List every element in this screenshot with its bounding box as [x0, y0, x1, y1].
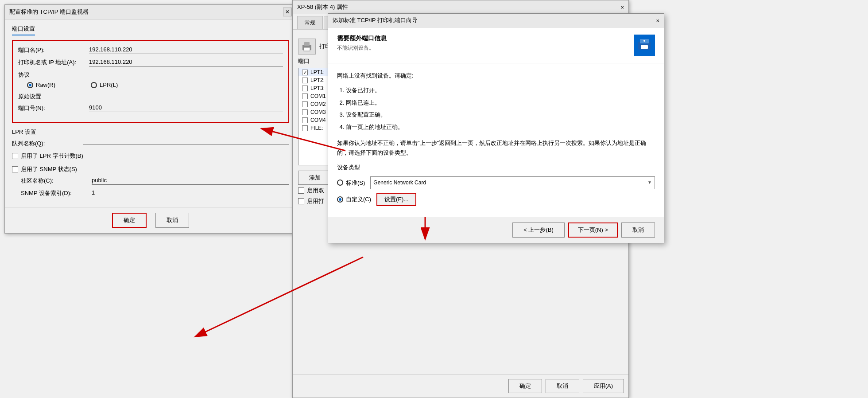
- port-checkbox-lpt3[interactable]: [302, 86, 308, 91]
- dialog-tcpip-title: 配置标准的 TCP/IP 端口监视器: [9, 8, 89, 16]
- port-checkbox-com2[interactable]: [302, 101, 308, 107]
- snmp-index-row: SNMP 设备索引(D): 1: [12, 189, 289, 197]
- dialog-tcpip-body: 端口设置 端口名(P): 192.168.110.220 打印机名或 IP 地址…: [5, 20, 296, 207]
- wizard-checklist: 设备已打开。 网络已连上。 设备配置正确。 前一页上的地址正确。: [346, 85, 655, 132]
- snmp-checkbox[interactable]: [12, 166, 18, 172]
- device-type-label: 设备类型: [337, 162, 655, 172]
- wizard-cancel-button[interactable]: 取消: [621, 222, 655, 238]
- printer-cancel-button[interactable]: 取消: [546, 379, 579, 393]
- wizard-icon: [634, 35, 655, 56]
- enable-two-checkbox[interactable]: [298, 187, 304, 194]
- enable-print-checkbox[interactable]: [298, 198, 304, 204]
- wizard-close[interactable]: ×: [656, 17, 659, 24]
- port-number-label: 端口号(N):: [18, 104, 89, 112]
- raw-settings-section: 原始设置 端口号(N): 9100: [18, 93, 283, 112]
- lpr-settings-title: LPR 设置: [12, 128, 289, 136]
- community-row: 社区名称(C): public: [12, 177, 289, 185]
- select-dropdown-arrow: ▼: [647, 179, 652, 187]
- check-item-3: 设备配置正确。: [346, 109, 655, 120]
- printer-apply-button[interactable]: 应用(A): [583, 379, 624, 393]
- enable-print-label: 启用打: [307, 197, 324, 205]
- wizard-warning: 如果你认为地址不正确，请单击"上一步"返回到上一页，然后改正地址并在网络上执行另…: [337, 138, 655, 158]
- printer-title: XP-58 (副本 4) 属性: [297, 3, 348, 11]
- port-checkbox-com3[interactable]: [302, 109, 308, 115]
- enable-two-label: 启用双: [307, 187, 324, 195]
- port-name-row: 端口名(P): 192.168.110.220: [18, 46, 283, 54]
- port-name-lpt1: LPT1:: [310, 69, 325, 75]
- snmp-label: 启用了 SNMP 状态(S): [21, 165, 77, 173]
- raw-label: Raw(R): [36, 82, 55, 88]
- lpr-radio[interactable]: LPR(L): [91, 82, 118, 88]
- settings-button[interactable]: 设置(E)...: [376, 193, 416, 206]
- port-name-lpt2: LPT2:: [310, 77, 325, 83]
- printer-footer: 确定 取消 应用(A): [293, 374, 628, 398]
- protocol-section: 协议 Raw(R) LPR(L): [18, 71, 283, 88]
- port-name-com3: COM3: [310, 109, 326, 115]
- snmp-index-label: SNMP 设备索引(D):: [21, 189, 92, 197]
- printer-ip-label: 打印机名或 IP 地址(A):: [18, 59, 89, 66]
- printer-close[interactable]: ×: [620, 4, 624, 11]
- tcpip-cancel-button[interactable]: 取消: [155, 213, 189, 228]
- snmp-index-value: 1: [92, 189, 289, 197]
- lpr-byte-count-checkbox[interactable]: [12, 153, 18, 159]
- printer-ok-button[interactable]: 确定: [508, 379, 542, 393]
- svg-rect-5: [641, 45, 648, 49]
- port-name-label: 端口名(P):: [18, 46, 89, 54]
- svg-point-6: [643, 40, 645, 42]
- wizard-body: 网络上没有找到设备。请确定: 设备已打开。 网络已连上。 设备配置正确。 前一页…: [328, 63, 664, 217]
- check-item-4: 前一页上的地址正确。: [346, 122, 655, 132]
- snmp-section: 启用了 SNMP 状态(S) 社区名称(C): public SNMP 设备索引…: [12, 165, 289, 197]
- add-port-button[interactable]: 添加: [298, 171, 332, 185]
- port-checkbox-file[interactable]: [302, 125, 308, 131]
- port-checkbox-com4[interactable]: [302, 117, 308, 123]
- snmp-row: 启用了 SNMP 状态(S): [12, 165, 289, 173]
- port-name-lpt3: LPT3:: [310, 85, 325, 91]
- custom-radio[interactable]: 自定义(C): [337, 194, 371, 204]
- dialog-tcpip: 配置标准的 TCP/IP 端口监视器 ✕ 端口设置 端口名(P): 192.16…: [4, 4, 297, 234]
- port-checkbox-lpt1[interactable]: [302, 70, 308, 75]
- standard-label: 标准(S): [346, 178, 365, 188]
- port-name-com2: COM2: [310, 101, 326, 107]
- dialog-tcpip-close[interactable]: ✕: [283, 8, 292, 16]
- port-checkbox-lpt2[interactable]: [302, 78, 308, 83]
- device-type-select[interactable]: Generic Network Card ▼: [370, 176, 655, 190]
- tab-general[interactable]: 常规: [297, 16, 323, 29]
- check-item-2: 网络已连上。: [346, 98, 655, 108]
- printer-titlebar: XP-58 (副本 4) 属性 ×: [293, 0, 628, 14]
- wizard-header-text: 需要额外端口信息 不能识别设备。: [337, 35, 387, 52]
- standard-radio[interactable]: 标准(S): [337, 178, 365, 188]
- device-type-row-standard: 标准(S) Generic Network Card ▼: [337, 176, 655, 190]
- dialog-wizard: 添加标准 TCP/IP 打印机端口向导 × 需要额外端口信息 不能识别设备。 网…: [328, 13, 664, 243]
- port-name-value: 192.168.110.220: [89, 46, 283, 54]
- raw-radio-circle: [27, 82, 33, 88]
- port-settings-box: 端口名(P): 192.168.110.220 打印机名或 IP 地址(A): …: [12, 40, 289, 123]
- wizard-next-button[interactable]: 下一页(N) >: [568, 222, 618, 238]
- wizard-title: 添加标准 TCP/IP 打印机端口向导: [333, 16, 418, 24]
- lpr-section: LPR 设置 队列名称(Q): 启用了 LPR 字节计数(B): [12, 128, 289, 160]
- raw-radio[interactable]: Raw(R): [27, 82, 55, 88]
- wizard-header-title: 需要额外端口信息: [337, 35, 387, 43]
- port-name-com1: COM1: [310, 93, 326, 99]
- lpr-byte-count-label: 启用了 LPR 字节计数(B): [21, 152, 83, 160]
- custom-label: 自定义(C): [346, 194, 371, 204]
- lpr-radio-circle: [91, 82, 97, 88]
- port-checkbox-com1[interactable]: [302, 94, 308, 99]
- wizard-intro: 网络上没有找到设备。请确定:: [337, 70, 655, 81]
- tcpip-ok-button[interactable]: 确定: [112, 213, 147, 228]
- queue-name-row: 队列名称(Q):: [12, 140, 289, 148]
- printer-ip-row: 打印机名或 IP 地址(A): 192.168.110.220: [18, 59, 283, 66]
- device-type-value: Generic Network Card: [373, 178, 426, 188]
- port-name-file: FILE:: [310, 125, 323, 131]
- printer-ip-value: 192.168.110.220: [89, 59, 283, 66]
- wizard-header: 需要额外端口信息 不能识别设备。: [328, 27, 664, 63]
- dialog-tcpip-footer: 确定 取消: [5, 207, 296, 233]
- wizard-prev-button[interactable]: < 上一步(B): [512, 222, 565, 238]
- check-item-1: 设备已打开。: [346, 85, 655, 95]
- community-value: public: [92, 177, 289, 185]
- dialog-tcpip-titlebar: 配置标准的 TCP/IP 端口监视器 ✕: [5, 5, 296, 20]
- protocol-radio-group: Raw(R) LPR(L): [18, 82, 283, 88]
- custom-radio-circle: [337, 196, 343, 203]
- protocol-label: 协议: [18, 71, 283, 79]
- port-name-com4: COM4: [310, 117, 326, 123]
- wizard-footer: < 上一步(B) 下一页(N) > 取消: [328, 217, 664, 243]
